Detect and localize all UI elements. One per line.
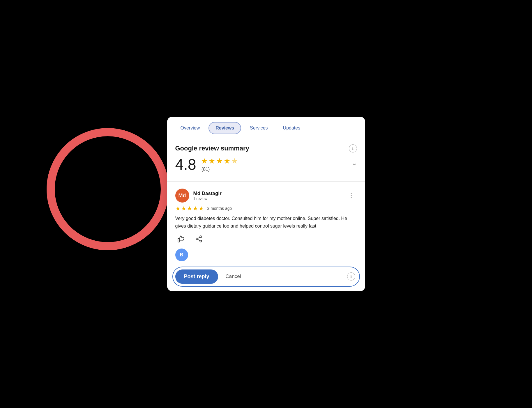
decorative-circle	[47, 128, 169, 250]
star-3: ★	[216, 157, 223, 166]
reviewer-meta: 1 review	[193, 196, 222, 201]
star-4: ★	[224, 157, 230, 166]
review-summary-header: Google review summary ℹ	[175, 144, 357, 152]
review-text: Very good diabetes doctor. Consulted him…	[175, 215, 357, 230]
reviewer-name: Md Dastagir	[193, 191, 222, 196]
review-count: (81)	[202, 167, 238, 172]
like-button[interactable]	[175, 234, 186, 244]
like-icon	[177, 235, 185, 243]
review-star-1: ★	[175, 205, 181, 212]
post-reply-button[interactable]: Post reply	[175, 269, 218, 284]
rating-number: 4.8	[175, 157, 196, 172]
stars-row: ★ ★ ★ ★ ★	[201, 157, 238, 166]
share-icon	[195, 235, 203, 243]
main-card: Overview Reviews Services Updates Google…	[167, 117, 365, 291]
review-time: 2 months ago	[207, 206, 232, 211]
tab-reviews[interactable]: Reviews	[208, 122, 241, 134]
review-more-options[interactable]: ⋮	[346, 191, 357, 201]
avatar: Md	[175, 189, 189, 203]
review-summary-section: Google review summary ℹ 4.8 ★ ★ ★ ★ ★ (8…	[167, 138, 365, 177]
review-summary-title: Google review summary	[175, 145, 249, 152]
review-stars-row: ★ ★ ★ ★ ★	[175, 205, 204, 212]
rating-row: 4.8 ★ ★ ★ ★ ★ (81) ⌄	[175, 157, 357, 172]
svg-line-7	[198, 237, 200, 238]
reviewer-info: Md Dastagir 1 review	[193, 191, 222, 201]
review-star-3: ★	[187, 205, 192, 212]
star-5-half: ★	[231, 157, 238, 166]
star-2: ★	[208, 157, 215, 166]
review-stars-time: ★ ★ ★ ★ ★ 2 months ago	[175, 205, 357, 212]
summary-info-icon[interactable]: ℹ	[349, 144, 357, 152]
rating-chevron-down[interactable]: ⌄	[352, 159, 357, 167]
tab-services[interactable]: Services	[243, 123, 274, 134]
reviewer-row: Md Md Dastagir 1 review ⋮	[175, 189, 357, 203]
bottom-info-icon[interactable]: ℹ	[347, 272, 355, 281]
stars-count-col: ★ ★ ★ ★ ★ (81)	[201, 157, 238, 172]
next-reviewer-peek: B	[167, 247, 365, 264]
svg-line-6	[198, 239, 200, 240]
tab-updates[interactable]: Updates	[277, 123, 307, 134]
review-item: Md Md Dastagir 1 review ⋮ ★ ★ ★ ★ ★ 2 mo…	[167, 186, 365, 247]
review-star-2: ★	[181, 205, 186, 212]
reviewer-left: Md Md Dastagir 1 review	[175, 189, 222, 203]
next-reviewer-avatar: B	[175, 249, 188, 261]
svg-rect-2	[178, 239, 179, 242]
review-star-5: ★	[199, 205, 204, 212]
star-1: ★	[201, 157, 208, 166]
bottom-bar: Post reply Cancel ℹ	[172, 267, 360, 287]
share-button[interactable]	[193, 234, 204, 244]
tab-overview[interactable]: Overview	[174, 123, 206, 134]
review-actions	[175, 234, 357, 244]
cancel-button[interactable]: Cancel	[221, 271, 246, 282]
section-divider	[167, 181, 365, 182]
tabs-bar: Overview Reviews Services Updates	[167, 117, 365, 138]
review-star-4: ★	[193, 205, 198, 212]
